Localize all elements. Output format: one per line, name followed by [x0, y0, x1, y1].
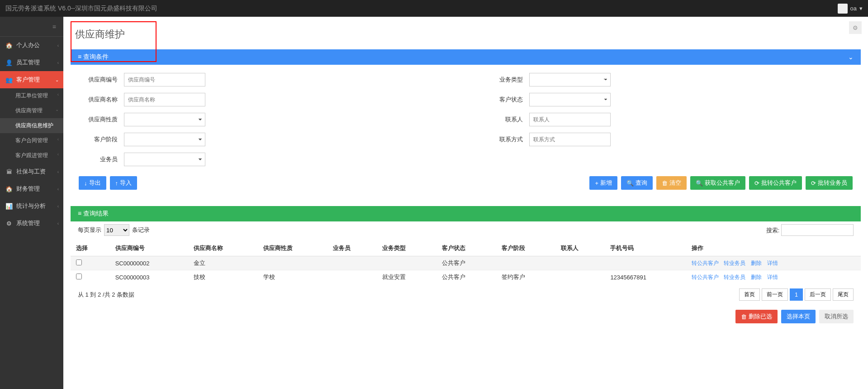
to-public-button[interactable]: ⟳批转公共客户	[749, 176, 802, 190]
chevron-down-icon: ▾	[859, 5, 863, 12]
search-label: 搜索:	[766, 227, 780, 234]
sidebar-item-system[interactable]: ⚙ 系统管理 ‹	[0, 215, 63, 232]
row-detail-link[interactable]: 详情	[767, 274, 778, 280]
content: ⚙ 供应商维护 ≡ 查询条件 ⌄ 供应商编号 业务	[63, 17, 868, 389]
clear-button[interactable]: 🗑清空	[656, 176, 687, 190]
pager-first[interactable]: 首页	[739, 288, 760, 301]
sidebar-item-employee[interactable]: 👤 员工管理 ‹	[0, 54, 63, 71]
sidebar-item-stats[interactable]: 📊 统计与分析 ‹	[0, 197, 63, 215]
select-page-button[interactable]: 选择本页	[781, 310, 816, 323]
supplier-code-input[interactable]	[124, 73, 205, 86]
chevron-left-icon: ‹	[57, 221, 59, 226]
row-checkbox[interactable]	[76, 274, 82, 279]
sub-item-label: 客户合同管理	[15, 137, 48, 144]
col-action: 操作	[686, 240, 861, 256]
col-phone: 手机号码	[605, 240, 686, 256]
sub-item-supplier[interactable]: 供应商管理 ⌄	[0, 103, 63, 118]
col-nature: 供应商性质	[258, 240, 327, 256]
user-icon: 👤	[5, 59, 13, 66]
biz-type-select[interactable]	[529, 73, 611, 86]
row-detail-link[interactable]: 详情	[767, 260, 778, 266]
delete-selected-button[interactable]: 🗑删除已选	[735, 310, 778, 323]
page-title: 供应商维护	[71, 21, 861, 49]
filter-panel-header[interactable]: ≡ 查询条件 ⌄	[71, 49, 861, 65]
sub-item-label: 供应商信息维护	[15, 122, 53, 129]
table-row: SC00000002 金立 公共客户 转公共客户	[71, 256, 861, 270]
per-page-select[interactable]: 10	[104, 224, 129, 236]
col-stage: 客户阶段	[496, 240, 556, 256]
supplier-nature-select[interactable]	[124, 113, 205, 126]
cust-status-label: 客户状态	[484, 96, 529, 104]
pager-last[interactable]: 尾页	[833, 288, 854, 301]
user-menu[interactable]: oa ▾	[838, 4, 863, 14]
sub-item-label: 供应商管理	[15, 107, 43, 114]
result-header-label: ≡ 查询结果	[78, 210, 109, 218]
import-button[interactable]: ↑导入	[110, 176, 138, 190]
sidebar-item-social[interactable]: 🏛 社保与工资 ‹	[0, 163, 63, 180]
export-button[interactable]: ↓导出	[79, 176, 106, 190]
pager-page-1[interactable]: 1	[790, 288, 803, 301]
sidebar-item-label: 系统管理	[16, 219, 40, 227]
contact-way-input[interactable]	[529, 133, 611, 146]
sidebar-item-customer[interactable]: 👥 客户管理 ⌄	[0, 71, 63, 88]
per-page-label: 每页显示	[78, 226, 101, 234]
row-checkbox[interactable]	[76, 259, 82, 265]
pager-next[interactable]: 后一页	[805, 288, 831, 301]
upload-icon: ↑	[115, 180, 119, 187]
sidebar-item-personal[interactable]: 🏠 个人办公 ‹	[0, 37, 63, 54]
trash-icon: 🗑	[741, 313, 747, 320]
sub-item-contract[interactable]: 客户合同管理 ‹	[0, 133, 63, 148]
salesman-select[interactable]	[124, 153, 205, 166]
sidebar-item-label: 财务管理	[16, 185, 40, 193]
chart-icon: 📊	[5, 203, 13, 210]
contact-way-label: 联系方式	[484, 135, 529, 144]
col-salesman: 业务员	[327, 240, 377, 256]
deselect-all-button[interactable]: 取消所选	[819, 310, 854, 323]
supplier-name-input[interactable]	[124, 93, 205, 106]
sidebar-item-label: 社保与工资	[16, 168, 46, 176]
app-title: 国元劳务派遣系统 V6.0--深圳市国元鼎盛科技有限公司	[5, 5, 157, 13]
row-to-sales-link[interactable]: 转业务员	[724, 274, 745, 280]
gear-icon: ⚙	[5, 220, 13, 227]
row-delete-link[interactable]: 删除	[751, 274, 762, 280]
col-status: 客户状态	[436, 240, 496, 256]
filter-header-label: ≡ 查询条件	[78, 53, 109, 61]
sidebar-toggle[interactable]: ≡	[0, 17, 63, 37]
sidebar-item-label: 员工管理	[16, 58, 40, 67]
trash-icon: 🗑	[662, 180, 668, 187]
chevron-left-icon: ‹	[57, 92, 59, 97]
sub-item-label: 客户跟进管理	[15, 152, 48, 158]
row-to-public-link[interactable]: 转公共客户	[692, 260, 719, 266]
result-panel-header[interactable]: ≡ 查询结果	[71, 206, 861, 221]
home-icon: 🏠	[5, 42, 13, 49]
to-salesman-button[interactable]: ⟳批转业务员	[806, 176, 853, 190]
refresh-icon: ⟳	[811, 180, 816, 187]
pager-prev[interactable]: 前一页	[762, 288, 788, 301]
get-public-button[interactable]: 🔍获取公共客户	[690, 176, 745, 190]
home-icon: 🏠	[5, 186, 13, 192]
sub-item-follow[interactable]: 客户跟进管理 ‹	[0, 148, 63, 163]
contact-input[interactable]	[529, 113, 611, 126]
row-to-public-link[interactable]: 转公共客户	[692, 274, 719, 280]
users-icon: 👥	[5, 77, 13, 83]
sub-item-label: 用工单位管理	[15, 92, 48, 99]
add-button[interactable]: +新增	[589, 176, 617, 190]
row-delete-link[interactable]: 删除	[751, 260, 762, 266]
customer-stage-select[interactable]	[124, 133, 205, 146]
biz-type-label: 业务类型	[484, 76, 529, 84]
supplier-name-label: 供应商名称	[79, 96, 124, 104]
search-icon: 🔍	[626, 180, 634, 187]
sub-item-supplier-maintain[interactable]: 供应商信息维护	[0, 118, 63, 133]
col-code: 供应商编号	[110, 240, 188, 256]
sub-item-employer[interactable]: 用工单位管理 ‹	[0, 88, 63, 103]
chevron-left-icon: ‹	[57, 137, 59, 142]
col-contact: 联系人	[555, 240, 605, 256]
search-input[interactable]	[781, 224, 854, 236]
table-info: 从 1 到 2 /共 2 条数据	[78, 291, 134, 299]
sidebar-item-finance[interactable]: 🏠 财务管理 ‹	[0, 180, 63, 197]
row-to-sales-link[interactable]: 转业务员	[724, 260, 745, 266]
customer-stage-label: 客户阶段	[79, 135, 124, 144]
cust-status-select[interactable]	[529, 93, 611, 106]
query-button[interactable]: 🔍查询	[621, 176, 653, 190]
sidebar: ≡ 🏠 个人办公 ‹ 👤 员工管理 ‹ 👥 客户管理 ⌄ 用工单位管理 ‹ 供应…	[0, 17, 63, 389]
